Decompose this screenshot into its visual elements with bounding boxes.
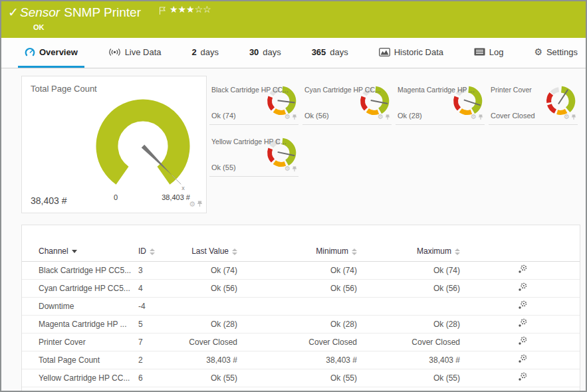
prtg-sensor-window: ✓ SensorSNMP Printer ★★★☆☆ OK OverviewLi…	[0, 0, 587, 392]
spacer	[22, 279, 39, 297]
gauge-icon	[25, 47, 35, 56]
cell-id: 2	[138, 351, 188, 369]
gear-icon[interactable]: ⚙	[378, 114, 384, 120]
flag-icon[interactable]	[159, 6, 166, 18]
cell-maximum: Ok (28)	[362, 315, 465, 333]
cell-id: 5	[138, 315, 188, 333]
edit-channel-icon[interactable]	[518, 336, 527, 345]
column-header-max[interactable]: Maximum	[362, 241, 465, 261]
tab-label: days	[263, 47, 281, 57]
tab-365-days[interactable]: 365days	[305, 38, 355, 68]
channel-tiles: Black Cartridge HP CC...Ok (74)⚙Cyan Car…	[209, 79, 580, 177]
cell-last-value: 38,403 #	[188, 351, 243, 369]
sensor-title: SNMP Printer	[64, 5, 141, 19]
column-header-channel[interactable]: Channel	[39, 241, 138, 261]
cell-minimum	[243, 297, 362, 315]
cell-maximum	[362, 297, 465, 315]
column-header-min[interactable]: Minimum	[243, 241, 362, 261]
tile-tools: ⚙	[378, 111, 390, 123]
tab-30-days[interactable]: 30days	[243, 38, 288, 68]
spacer	[22, 351, 39, 369]
channel-tile-0[interactable]: Black Cartridge HP CC...Ok (74)⚙	[209, 79, 298, 125]
tile-tools: ⚙	[285, 111, 297, 123]
tile-tools: ⚙	[564, 111, 576, 123]
tile-tools: ⚙	[285, 163, 297, 175]
tab-label: days	[330, 47, 348, 57]
gear-icon[interactable]: ⚙	[285, 114, 291, 120]
priority-stars[interactable]: ★★★☆☆	[170, 4, 211, 15]
cell-minimum: 38,403 #	[243, 351, 362, 369]
cell-channel: Printer Cover	[39, 333, 138, 351]
table-row: Black Cartridge HP CC5...3Ok (74)Ok (74)…	[22, 261, 580, 279]
spacer	[22, 369, 39, 387]
pin-icon[interactable]	[197, 198, 203, 210]
cell-minimum: Ok (55)	[243, 369, 362, 387]
pin-icon[interactable]	[478, 111, 483, 123]
edit-channel-icon[interactable]	[518, 300, 527, 310]
edit-channel-icon[interactable]	[518, 318, 527, 328]
tile-value: Cover Closed	[491, 112, 535, 120]
pin-icon[interactable]	[385, 111, 390, 123]
spacer	[22, 333, 39, 351]
edit-channel-icon[interactable]	[518, 264, 527, 274]
tab-number: 2	[191, 47, 196, 57]
gear-icon[interactable]: ⚙	[471, 114, 477, 120]
gear-icon[interactable]: ⚙	[564, 114, 570, 120]
channel-tile-3[interactable]: Printer CoverCover Closed⚙	[489, 79, 578, 125]
edit-channel-icon[interactable]	[518, 372, 527, 381]
spacer	[22, 315, 39, 333]
sensor-kind-label: Sensor	[20, 5, 60, 19]
table-row: Printer Cover7Cover ClosedCover ClosedCo…	[22, 333, 580, 351]
tab-2-days[interactable]: 2days	[185, 38, 225, 68]
tab-number: 365	[312, 47, 326, 57]
tile-value: Ok (55)	[211, 163, 236, 171]
cell-last-value: Ok (28)	[188, 315, 243, 333]
cell-id: 4	[138, 279, 188, 297]
cell-maximum: Ok (74)	[362, 261, 465, 279]
channel-tile-1[interactable]: Cyan Cartridge HP CC...Ok (56)⚙	[302, 79, 392, 125]
column-header-last[interactable]: Last Value	[188, 241, 243, 261]
cell-id: 7	[138, 333, 188, 351]
tab-settings[interactable]: ⚙Settings	[527, 38, 584, 68]
pin-icon[interactable]	[292, 111, 297, 123]
sort-icon	[455, 248, 460, 255]
cell-last-value: Cover Closed	[188, 333, 243, 351]
cell-minimum: Ok (56)	[243, 279, 362, 297]
tile-value: Ok (56)	[304, 112, 329, 120]
table-row: Magenta Cartridge HP ...5Ok (28)Ok (28)O…	[22, 315, 580, 333]
cell-maximum: Ok (56)	[362, 279, 465, 297]
column-label: Maximum	[417, 246, 451, 256]
cell-last-value: Ok (56)	[188, 279, 243, 297]
sensor-header: ✓ SensorSNMP Printer ★★★☆☆ OK	[1, 1, 586, 38]
tab-number: 30	[249, 47, 259, 57]
gear-icon[interactable]: ⚙	[189, 201, 195, 207]
edit-channel-icon[interactable]	[518, 354, 527, 363]
cell-id: 6	[138, 369, 188, 387]
tab-log[interactable]: Log	[467, 38, 511, 68]
total-page-count-panel[interactable]: Total Page Count x 0 38,403 # 38,403 # ⚙	[21, 76, 207, 213]
tab-overview[interactable]: Overview	[18, 38, 84, 68]
tab-label: Overview	[39, 47, 78, 57]
svg-text:x: x	[181, 185, 185, 191]
table-row: Total Page Count238,403 #38,403 #38,403 …	[22, 351, 580, 369]
pin-icon[interactable]	[292, 163, 297, 175]
cell-minimum: Cover Closed	[243, 333, 362, 351]
tile-title: Yellow Cartridge HP C...	[211, 138, 287, 146]
tab-live-data[interactable]: Live Data	[102, 38, 168, 68]
live-icon	[108, 48, 121, 56]
status-badge: OK	[33, 23, 45, 31]
tab-historic-data[interactable]: Historic Data	[372, 38, 450, 68]
cell-minimum: Ok (74)	[243, 261, 362, 279]
tile-title: Printer Cover	[491, 86, 532, 94]
gear-icon[interactable]: ⚙	[285, 165, 291, 172]
tile-title: Black Cartridge HP CC...	[211, 86, 289, 94]
edit-channel-icon[interactable]	[518, 282, 527, 292]
channel-tile-4[interactable]: Yellow Cartridge HP C...Ok (55)⚙	[209, 131, 298, 177]
log-icon	[474, 48, 485, 56]
spacer	[22, 297, 39, 315]
channel-tile-2[interactable]: Magenta Cartridge HP ...Ok (28)⚙	[396, 79, 485, 125]
table-header-row: ChannelIDLast ValueMinimumMaximum	[22, 241, 580, 261]
column-label: Last Value	[191, 246, 229, 256]
pin-icon[interactable]	[571, 111, 576, 123]
column-header-id[interactable]: ID	[138, 241, 188, 261]
